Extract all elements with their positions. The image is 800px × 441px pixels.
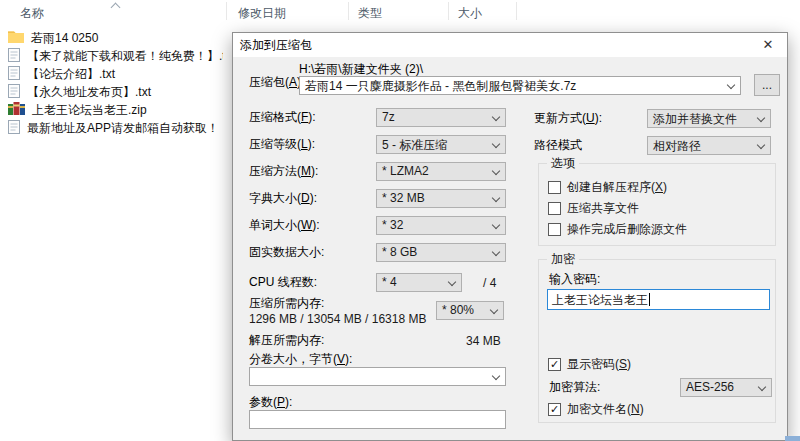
cpu-threads-select[interactable]: * 4 xyxy=(376,273,462,292)
checkbox-icon[interactable]: ✓ xyxy=(548,358,561,371)
format-label: 压缩格式(F): xyxy=(249,108,316,127)
cpu-threads-max: / 4 xyxy=(483,276,496,290)
dictionary-value: * 32 MB xyxy=(382,191,425,205)
dialog-titlebar[interactable]: 添加到压缩包 ✕ xyxy=(233,33,787,57)
file-name: 【来了就能下载和观看！纯免费！】.txt xyxy=(27,48,223,65)
chevron-down-icon xyxy=(492,140,500,148)
password-value: 上老王论坛当老王 xyxy=(552,293,648,307)
column-divider xyxy=(226,2,227,20)
method-value: * LZMA2 xyxy=(382,164,429,178)
encryption-method-select[interactable]: AES-256 xyxy=(680,378,772,397)
chevron-down-icon xyxy=(492,194,500,202)
path-mode-value: 相对路径 xyxy=(653,139,701,153)
file-row[interactable]: 若雨14 0250 xyxy=(8,29,223,47)
archive-label: 压缩包(A): xyxy=(249,73,304,92)
format-value: 7z xyxy=(382,110,395,124)
chevron-down-icon xyxy=(727,81,735,89)
solid-block-value: * 8 GB xyxy=(382,245,417,259)
checkbox-icon[interactable] xyxy=(548,223,561,236)
format-select[interactable]: 7z xyxy=(376,108,506,127)
chevron-down-icon xyxy=(448,278,456,286)
chevron-down-icon xyxy=(492,113,500,121)
folder-icon xyxy=(8,30,24,46)
column-header-date[interactable]: 修改日期 xyxy=(238,5,286,22)
encryption-method-value: AES-256 xyxy=(686,380,734,394)
text-file-icon xyxy=(8,120,20,137)
create-sfx-label: 创建自解压程序(X) xyxy=(567,179,667,196)
memory-usage-select[interactable]: * 80% xyxy=(436,301,504,320)
word-size-label: 单词大小(W): xyxy=(249,216,320,235)
dialog-title: 添加到压缩包 xyxy=(240,33,312,57)
dictionary-select[interactable]: * 32 MB xyxy=(376,189,506,208)
show-password-label: 显示密码(S) xyxy=(567,356,631,373)
checkbox-icon[interactable] xyxy=(548,202,561,215)
chevron-down-icon xyxy=(492,167,500,175)
text-file-icon xyxy=(8,66,20,83)
level-label: 压缩等级(L): xyxy=(249,135,315,154)
column-divider xyxy=(516,2,517,20)
file-row[interactable]: 上老王论坛当老王.zip xyxy=(8,101,223,119)
chevron-down-icon xyxy=(758,383,766,391)
delete-after-checkbox-row[interactable]: 操作完成后删除源文件 xyxy=(548,221,687,238)
chevron-down-icon xyxy=(492,221,500,229)
dictionary-label: 字典大小(D): xyxy=(249,189,317,208)
compress-shared-label: 压缩共享文件 xyxy=(567,200,639,217)
memory-compress-detail: 1296 MB / 13054 MB / 16318 MB xyxy=(249,312,426,326)
file-name: 若雨14 0250 xyxy=(31,30,98,47)
file-row[interactable]: 【来了就能下载和观看！纯免费！】.txt xyxy=(8,47,223,65)
encrypt-names-checkbox-row[interactable]: ✓ 加密文件名(N) xyxy=(548,401,644,418)
checkbox-icon[interactable]: ✓ xyxy=(548,403,561,416)
text-file-icon xyxy=(8,48,20,65)
memory-decompress-label: 解压所需内存: xyxy=(249,331,324,350)
show-password-checkbox-row[interactable]: ✓ 显示密码(S) xyxy=(548,356,631,373)
chevron-down-icon xyxy=(492,372,500,380)
archive-name-value: 若雨14 一只麋鹿摄影作品 - 黑色制服包臀裙美女.7z xyxy=(305,79,576,93)
column-header-name[interactable]: 名称 xyxy=(20,5,44,22)
add-to-archive-dialog: 添加到压缩包 ✕ 压缩包(A): H:\若雨\新建文件夹 (2)\ 若雨14 一… xyxy=(232,32,788,441)
split-volume-select[interactable] xyxy=(249,367,506,386)
memory-compress-label: 压缩所需内存: xyxy=(249,296,324,310)
chevron-down-icon xyxy=(757,114,765,122)
close-icon[interactable]: ✕ xyxy=(749,33,787,57)
archive-name-select[interactable]: 若雨14 一只麋鹿摄影作品 - 黑色制服包臀裙美女.7z xyxy=(299,76,741,95)
column-divider xyxy=(448,2,449,20)
path-mode-select[interactable]: 相对路径 xyxy=(647,136,771,155)
method-label: 压缩方法(M): xyxy=(249,162,318,181)
background-window-fragment xyxy=(785,436,800,441)
solid-block-select[interactable]: * 8 GB xyxy=(376,243,506,262)
chevron-down-icon xyxy=(490,306,498,314)
column-header-type[interactable]: 类型 xyxy=(358,5,382,22)
column-divider xyxy=(348,2,349,20)
update-mode-select[interactable]: 添加并替换文件 xyxy=(647,109,771,128)
compress-shared-checkbox-row[interactable]: 压缩共享文件 xyxy=(548,200,639,217)
delete-after-label: 操作完成后删除源文件 xyxy=(567,221,687,238)
browse-button[interactable]: ... xyxy=(754,74,780,96)
update-mode-label: 更新方式(U): xyxy=(534,109,602,128)
file-row[interactable]: 最新地址及APP请发邮箱自动获取！！！... xyxy=(8,119,223,137)
file-row[interactable]: 【论坛介绍】.txt xyxy=(8,65,223,83)
level-value: 5 - 标准压缩 xyxy=(382,138,447,152)
column-header-size[interactable]: 大小 xyxy=(458,5,482,22)
word-size-select[interactable]: * 32 xyxy=(376,216,506,235)
encryption-group: 加密 输入密码: 上老王论坛当老王 ✓ 显示密码(S) 加密算法: AES-25… xyxy=(538,259,776,423)
memory-decompress-value: 34 MB xyxy=(466,334,501,348)
password-input[interactable]: 上老王论坛当老王 xyxy=(547,289,770,310)
cpu-threads-value: * 4 xyxy=(382,275,397,289)
options-group-title: 选项 xyxy=(547,156,579,171)
create-sfx-checkbox-row[interactable]: 创建自解压程序(X) xyxy=(548,179,667,196)
text-cursor xyxy=(649,293,650,306)
file-name: 上老王论坛当老王.zip xyxy=(32,102,147,119)
parameters-input[interactable] xyxy=(249,410,506,429)
zip-archive-icon xyxy=(8,102,25,118)
file-row[interactable]: 【永久地址发布页】.txt xyxy=(8,83,223,101)
word-size-value: * 32 xyxy=(382,218,403,232)
path-mode-label: 路径模式 xyxy=(534,136,582,155)
update-mode-value: 添加并替换文件 xyxy=(653,112,737,126)
checkbox-icon[interactable] xyxy=(548,181,561,194)
method-select[interactable]: * LZMA2 xyxy=(376,162,506,181)
encryption-method-label: 加密算法: xyxy=(549,378,600,397)
file-name: 最新地址及APP请发邮箱自动获取！！！... xyxy=(27,120,223,137)
level-select[interactable]: 5 - 标准压缩 xyxy=(376,135,506,154)
cpu-threads-label: CPU 线程数: xyxy=(249,273,317,292)
solid-block-label: 固实数据大小: xyxy=(249,243,324,262)
